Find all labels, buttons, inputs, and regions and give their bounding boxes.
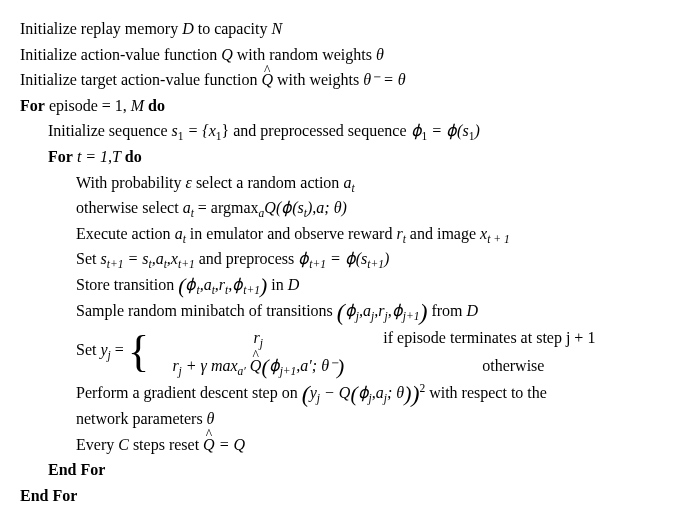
eq: θ⁻ = θ bbox=[363, 71, 406, 88]
case-cond-2: otherwise bbox=[383, 353, 643, 379]
algo-line-15: Every C steps reset Q = Q bbox=[20, 432, 676, 458]
comma: ,a′; θ⁻ bbox=[296, 357, 337, 374]
text: Sample random minibatch of transitions bbox=[76, 302, 337, 319]
eq: = ϕ(s bbox=[326, 250, 367, 267]
algo-line-11: Store transition (ϕt,at,rt,ϕt+1) in D bbox=[20, 272, 676, 298]
var-N: N bbox=[271, 20, 282, 37]
sub: a′ bbox=[238, 365, 246, 377]
sub: t bbox=[351, 182, 354, 194]
text: ; θ bbox=[387, 384, 404, 401]
comma: ,r bbox=[374, 302, 384, 319]
eq: = Q bbox=[215, 436, 245, 453]
cases-brace: { rj if episode terminates at step j + 1… bbox=[128, 325, 644, 378]
var-D: D bbox=[288, 276, 300, 293]
sub: t+1 bbox=[243, 284, 260, 296]
comma: ,a bbox=[372, 384, 384, 401]
comma: ,a bbox=[152, 250, 164, 267]
text: Set bbox=[76, 250, 100, 267]
algo-line-4: For episode = 1, M do bbox=[20, 93, 676, 119]
text: Initialize sequence bbox=[48, 122, 172, 139]
sub: t+1 bbox=[309, 259, 326, 271]
left-brace-icon: { bbox=[128, 329, 150, 374]
algo-line-9: Execute action at in emulator and observ… bbox=[20, 221, 676, 247]
keyword-do: do bbox=[125, 148, 142, 165]
eq: = argmax bbox=[194, 199, 259, 216]
var-Qhat: Q bbox=[203, 432, 215, 458]
rp: ) bbox=[337, 355, 344, 379]
text: otherwise select bbox=[76, 199, 183, 216]
algo-line-2: Initialize action-value function Q with … bbox=[20, 42, 676, 68]
var-C: C bbox=[118, 436, 129, 453]
var-D: D bbox=[467, 302, 479, 319]
algo-line-8: otherwise select at = argmaxaQ(ϕ(st),a; … bbox=[20, 195, 676, 221]
text: With probability bbox=[76, 174, 186, 191]
keyword-do: do bbox=[148, 97, 165, 114]
text: Execute action bbox=[76, 225, 175, 242]
algo-line-10: Set st+1 = st,at,xt+1 and preprocess ϕt+… bbox=[20, 246, 676, 272]
algo-line-5: Initialize sequence s1 = {x1} and prepro… bbox=[20, 118, 676, 144]
plus: + γ max bbox=[182, 357, 238, 374]
text: Store transition bbox=[76, 276, 178, 293]
text: t = 1,T bbox=[73, 148, 125, 165]
sub: t+1 bbox=[107, 259, 124, 271]
rp: ) bbox=[384, 250, 389, 267]
text: in bbox=[267, 276, 287, 293]
var-phi: ϕ bbox=[411, 122, 422, 139]
eq: = {x bbox=[184, 122, 216, 139]
case-row-2: rj + γ maxa′ Q(ϕj+1,a′; θ⁻) otherwise bbox=[153, 353, 643, 379]
minus: − Q bbox=[320, 384, 350, 401]
algo-line-12: Sample random minibatch of transitions (… bbox=[20, 298, 676, 324]
algo-line-3: Initialize target action-value function … bbox=[20, 67, 676, 93]
var-phi: ϕ bbox=[298, 250, 309, 267]
comma: ,a bbox=[359, 302, 371, 319]
var-a: a bbox=[183, 199, 191, 216]
text: steps reset bbox=[129, 436, 203, 453]
case-cond-1: if episode terminates at step j + 1 bbox=[383, 325, 643, 351]
sub: j bbox=[260, 337, 263, 349]
text: to capacity bbox=[194, 20, 272, 37]
text: episode = 1, bbox=[45, 97, 131, 114]
algo-line-1: Initialize replay memory D to capacity N bbox=[20, 16, 676, 42]
var-y: y bbox=[100, 341, 107, 358]
text: } and preprocessed sequence bbox=[222, 122, 411, 139]
rp: ) bbox=[341, 199, 346, 216]
case-val-2: rj + γ maxa′ Q(ϕj+1,a′; θ⁻) bbox=[153, 353, 363, 379]
lp: ( bbox=[302, 382, 310, 408]
sub: t + 1 bbox=[487, 233, 510, 245]
var-a: a bbox=[175, 225, 183, 242]
lp: (ϕ(s bbox=[276, 199, 304, 216]
text: network parameters bbox=[76, 410, 207, 427]
text: Initialize replay memory bbox=[20, 20, 182, 37]
eq: = ϕ(s bbox=[427, 122, 468, 139]
sub: j+1 bbox=[280, 365, 297, 377]
comma: ,a bbox=[200, 276, 212, 293]
algo-line-16: End For bbox=[20, 457, 676, 483]
text: ),a; θ bbox=[307, 199, 342, 216]
var-theta: θ bbox=[376, 46, 384, 63]
close: ) bbox=[474, 122, 479, 139]
var-Q: Q bbox=[264, 199, 276, 216]
algo-line-14: Perform a gradient descent step on (yj −… bbox=[20, 380, 676, 431]
lp: ( bbox=[261, 355, 268, 379]
comma: ,r bbox=[215, 276, 225, 293]
comma: ,ϕ bbox=[228, 276, 243, 293]
text: with random weights bbox=[233, 46, 376, 63]
text: and image bbox=[406, 225, 480, 242]
var-phi: ϕ bbox=[345, 302, 356, 319]
var-phi: ϕ bbox=[185, 276, 196, 293]
algo-line-7: With probability ε select a random actio… bbox=[20, 170, 676, 196]
algo-line-13: Set yj = { rj if episode terminates at s… bbox=[20, 323, 676, 380]
text: Every bbox=[76, 436, 118, 453]
var-phi: ϕ bbox=[269, 357, 280, 374]
text: in emulator and observe reward bbox=[186, 225, 397, 242]
eq: = s bbox=[123, 250, 148, 267]
var-Q: Q bbox=[221, 46, 233, 63]
sub: t+1 bbox=[178, 259, 195, 271]
text: Set bbox=[76, 341, 100, 358]
text: with weights bbox=[273, 71, 363, 88]
keyword-for: For bbox=[48, 148, 73, 165]
comma: ,x bbox=[167, 250, 178, 267]
text: Initialize action-value function bbox=[20, 46, 221, 63]
text: Perform a gradient descent step on bbox=[76, 384, 302, 401]
lp: ( bbox=[337, 299, 345, 325]
